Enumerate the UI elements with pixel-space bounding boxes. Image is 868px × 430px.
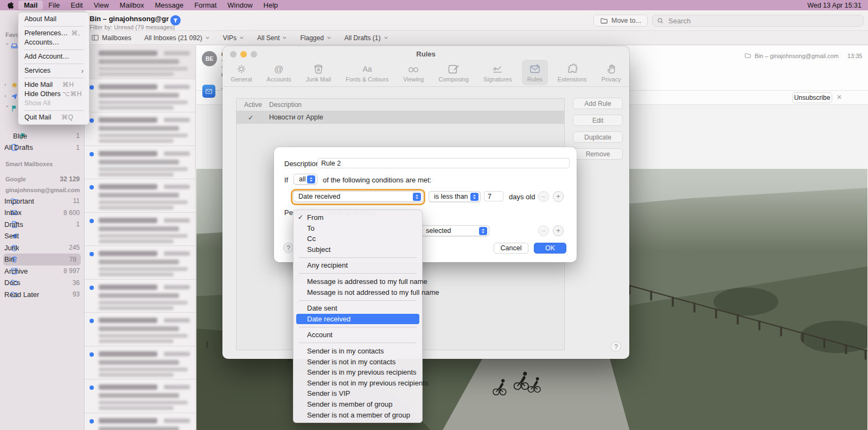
menu-bar-item[interactable]: Format — [189, 1, 222, 10]
sidebar-item[interactable]: › Read Later 93 — [0, 289, 84, 301]
menu-bar-item[interactable]: File — [43, 1, 65, 10]
close-banner-icon[interactable]: ✕ — [837, 93, 842, 101]
menu-item[interactable] — [24, 64, 84, 64]
menu-bar-item[interactable]: View — [88, 1, 114, 10]
sidebar-item[interactable]: › Archive 8 997 — [0, 265, 84, 277]
preferences-tab[interactable]: Viewing — [398, 60, 429, 85]
dropdown-item[interactable] — [299, 343, 417, 343]
preferences-tab[interactable]: Junk Mail — [301, 60, 336, 85]
menu-bar-item[interactable]: Window — [222, 1, 258, 10]
filter-button[interactable] — [170, 15, 181, 26]
rules-action-button[interactable]: Remove — [573, 148, 623, 160]
condition-value-field[interactable] — [484, 191, 503, 201]
chevron-down-icon[interactable] — [384, 35, 388, 40]
menu-bar-item[interactable]: Help — [258, 1, 284, 10]
sidebar-item[interactable]: › Sent — [0, 230, 84, 242]
menu-item[interactable] — [24, 78, 84, 78]
message-list-item[interactable] — [85, 380, 195, 413]
dropdown-item[interactable]: Subject — [293, 244, 422, 255]
condition-match-popup[interactable]: all — [293, 174, 317, 185]
preferences-tab[interactable]: Composing — [433, 60, 474, 85]
remove-action-button[interactable]: – — [538, 225, 549, 236]
move-to-button[interactable]: Move to... — [593, 15, 648, 27]
message-list-item[interactable] — [85, 280, 195, 313]
dropdown-item[interactable] — [299, 273, 417, 274]
dropdown-item[interactable]: Sender is member of group — [293, 399, 422, 410]
sidebar-item[interactable]: › Google 32 129 — [0, 174, 84, 185]
sidebar-item[interactable]: › ginajohnsong@gmail.com — [0, 185, 84, 195]
menu-bar-item[interactable]: Mailbox — [114, 1, 150, 10]
sidebar-item[interactable]: › All Drafts 1 — [0, 142, 84, 154]
action-popup[interactable]: selected — [418, 225, 489, 236]
menu-bar-clock[interactable]: Wed 13 Apr 15:31 — [807, 2, 861, 9]
preferences-tab[interactable]: Extensions — [553, 60, 592, 85]
favourites-bar-item[interactable]: VIPs — [223, 34, 244, 42]
dropdown-item[interactable]: ✓ From — [293, 212, 422, 223]
sidebar-item[interactable]: › Bin 78 — [3, 254, 81, 265]
sidebar-item[interactable]: › Junk 245 — [0, 242, 84, 254]
message-list-item[interactable] — [85, 46, 195, 79]
dropdown-item[interactable]: Message is not addressed to my full name — [293, 287, 422, 298]
menu-item[interactable]: About Mail — [18, 15, 89, 24]
search-field[interactable] — [652, 15, 864, 27]
menu-item[interactable] — [24, 110, 84, 111]
add-action-button[interactable]: + — [553, 225, 564, 236]
message-list-item[interactable] — [85, 413, 195, 430]
rules-action-button[interactable]: Duplicate — [573, 131, 623, 143]
condition-field-popup[interactable]: Date received — [293, 191, 423, 202]
menu-item[interactable]: Quit Mail ⌘Q — [18, 113, 89, 122]
menu-item[interactable] — [24, 26, 84, 27]
condition-operator-popup[interactable]: is less than — [429, 191, 481, 202]
help-button[interactable]: ? — [283, 243, 293, 253]
chevron-down-icon[interactable] — [282, 35, 287, 40]
menu-item[interactable]: Accounts… — [18, 38, 89, 47]
preferences-tab[interactable]: @ Accounts — [262, 60, 296, 85]
cancel-button[interactable]: Cancel — [494, 243, 528, 254]
disclosure-chevron-icon[interactable]: › — [4, 105, 10, 111]
message-list-item[interactable] — [85, 213, 195, 246]
menu-bar-item[interactable]: Edit — [65, 1, 88, 10]
disclosure-chevron-icon[interactable]: › — [4, 81, 10, 87]
menu-item[interactable]: Add Account… — [18, 52, 89, 61]
sidebar-item[interactable]: › Smart Mailboxes — [0, 159, 84, 169]
preferences-tab[interactable]: Aa Fonts & Colours — [341, 60, 393, 85]
dropdown-item[interactable]: Sender is not in my previous recipients — [293, 378, 422, 389]
favourites-bar-item[interactable]: Mailboxes — [91, 34, 131, 42]
ok-button[interactable]: OK — [534, 243, 566, 254]
search-input[interactable] — [667, 16, 859, 26]
message-list-item[interactable] — [85, 179, 195, 213]
preferences-tab[interactable]: Privacy — [597, 60, 626, 85]
sidebar-item[interactable]: › Important 11 — [0, 195, 84, 207]
menu-item[interactable] — [24, 49, 84, 50]
dropdown-item[interactable] — [299, 327, 417, 327]
rules-action-button[interactable]: Edit — [573, 115, 623, 126]
dropdown-item[interactable]: Date received — [296, 314, 419, 325]
rule-active-checkbox[interactable]: ✓ — [248, 113, 253, 122]
dropdown-item[interactable]: Sender is in my contacts — [293, 346, 422, 357]
message-list-item[interactable] — [85, 112, 195, 146]
dropdown-item[interactable] — [299, 257, 417, 258]
disclosure-chevron-icon[interactable]: › — [4, 93, 10, 99]
message-list-item[interactable] — [85, 346, 195, 380]
dropdown-item[interactable]: Sender is VIP — [293, 388, 422, 399]
menu-item[interactable]: Hide Mail ⌘H — [18, 80, 89, 90]
favourites-bar-item[interactable]: All Sent — [257, 34, 287, 42]
add-condition-button[interactable]: + — [553, 191, 564, 202]
dropdown-item[interactable] — [299, 300, 417, 301]
menu-item[interactable]: Preferences… ⌘, — [18, 29, 89, 38]
favourites-bar-item[interactable]: Flagged — [300, 34, 331, 42]
apple-menu-icon[interactable] — [8, 1, 15, 10]
menu-item[interactable]: Services › — [18, 66, 89, 75]
dropdown-item[interactable]: Sender is not a member of group — [293, 410, 422, 421]
menu-item[interactable]: Hide Others ⌥⌘H — [18, 90, 89, 99]
message-list-item[interactable] — [85, 79, 195, 113]
message-list-item[interactable] — [85, 246, 195, 280]
help-button[interactable]: ? — [611, 342, 621, 352]
sidebar-item[interactable]: › Docs 36 — [0, 277, 84, 289]
message-list-item[interactable] — [85, 146, 195, 180]
favourites-bar-item[interactable]: All Drafts (1) — [344, 34, 388, 42]
menu-bar-item[interactable]: Mail — [18, 1, 43, 10]
rule-row[interactable]: ✓ Новости от Apple — [237, 111, 564, 124]
dropdown-item[interactable]: Sender is in my previous recipients — [293, 367, 422, 378]
message-list-item[interactable] — [85, 313, 195, 346]
